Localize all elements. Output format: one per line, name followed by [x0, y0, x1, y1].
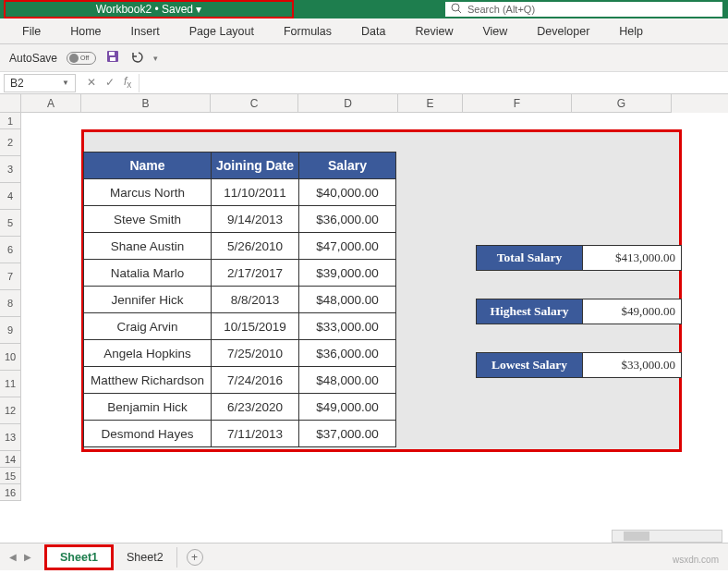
col-header[interactable]: A — [21, 94, 81, 113]
redo-icon[interactable]: ▾ — [153, 54, 158, 63]
row-header[interactable]: 12 — [0, 397, 21, 424]
title-bar: Workbook2 • Saved ▾ Search (Alt+Q) — [0, 0, 728, 18]
row-header[interactable]: 5 — [0, 210, 21, 237]
title-bar-highlight: Workbook2 • Saved ▾ — [4, 0, 294, 18]
row-header[interactable]: 7 — [0, 263, 21, 290]
sheet-tab-sheet1[interactable]: Sheet1 — [44, 544, 114, 570]
th-name[interactable]: Name — [84, 153, 212, 179]
autosave-toggle[interactable]: Off — [67, 52, 96, 65]
enter-icon[interactable]: ✓ — [105, 76, 115, 89]
tab-data[interactable]: Data — [346, 18, 400, 44]
workbook-title[interactable]: Workbook2 • Saved ▾ — [96, 3, 202, 16]
ribbon-tabs: File Home Insert Page Layout Formulas Da… — [0, 18, 728, 44]
table-row: Marcus North11/10/2011$40,000.00 — [84, 179, 396, 206]
col-header[interactable]: F — [463, 94, 572, 113]
row-header[interactable]: 10 — [0, 344, 21, 371]
tab-review[interactable]: Review — [400, 18, 467, 44]
fx-icon[interactable]: fx — [124, 75, 131, 90]
cancel-icon[interactable]: ✕ — [87, 76, 96, 89]
table-row: Angela Hopkins7/25/2010$36,000.00 — [84, 340, 396, 367]
row-header[interactable]: 16 — [0, 484, 21, 501]
tab-help[interactable]: Help — [604, 18, 658, 44]
row-header[interactable]: 1 — [0, 113, 21, 129]
select-all-triangle[interactable] — [0, 94, 21, 113]
sheet-tab-bar: ◀ ▶ Sheet1 Sheet2 + — [0, 543, 728, 570]
svg-rect-3 — [109, 52, 115, 55]
name-box[interactable]: B2 ▼ — [4, 74, 76, 92]
svg-line-1 — [458, 10, 461, 13]
sheet-prev-icon[interactable]: ◀ — [9, 552, 17, 562]
svg-point-0 — [452, 4, 459, 11]
tab-home[interactable]: Home — [55, 18, 115, 44]
tab-formulas[interactable]: Formulas — [269, 18, 346, 44]
search-icon — [451, 3, 462, 16]
col-header[interactable]: E — [398, 94, 463, 113]
row-header[interactable]: 2 — [0, 129, 21, 156]
tab-developer[interactable]: Developer — [522, 18, 604, 44]
sheet-next-icon[interactable]: ▶ — [24, 552, 31, 562]
table-row: Shane Austin5/26/2010$47,000.00 — [84, 233, 396, 260]
table-row: Benjamin Hick6/23/2020$49,000.00 — [84, 394, 396, 421]
row-header[interactable]: 3 — [0, 156, 21, 183]
watermark: wsxdn.com — [673, 555, 719, 565]
column-headers: A B C D E F G — [0, 94, 728, 113]
stat-lowest-salary: Lowest Salary $33,000.00 — [476, 352, 682, 378]
formula-bar-buttons: ✕ ✓ fx — [79, 75, 139, 90]
table-row: Natalia Marlo2/17/2017$39,000.00 — [84, 260, 396, 287]
row-header[interactable]: 8 — [0, 290, 21, 317]
stat-highest-salary: Highest Salary $49,000.00 — [476, 299, 682, 324]
table-row: Steve Smith9/14/2013$36,000.00 — [84, 206, 396, 233]
grid-area: A B C D E F G 1 2 3 4 5 6 7 8 9 10 11 12… — [0, 94, 728, 501]
row-header[interactable]: 6 — [0, 237, 21, 263]
quick-access-toolbar: AutoSave Off ▾ — [0, 44, 728, 72]
col-header[interactable]: D — [298, 94, 398, 113]
row-header[interactable]: 11 — [0, 371, 21, 397]
col-header[interactable]: G — [572, 94, 672, 113]
tab-insert[interactable]: Insert — [116, 18, 175, 44]
search-box[interactable]: Search (Alt+Q) — [445, 2, 722, 17]
data-table[interactable]: Name Joining Date Salary Marcus North11/… — [83, 152, 396, 447]
row-header[interactable]: 14 — [0, 451, 21, 468]
autosave-label: AutoSave — [9, 52, 57, 65]
table-row: Jennifer Hick8/8/2013$48,000.00 — [84, 287, 396, 313]
sheet-nav: ◀ ▶ — [9, 552, 44, 562]
th-salary[interactable]: Salary — [299, 153, 396, 179]
stat-total-salary: Total Salary $413,000.00 — [476, 245, 682, 271]
formula-bar-row: B2 ▼ ✕ ✓ fx — [0, 72, 728, 94]
row-header[interactable]: 4 — [0, 183, 21, 210]
row-header[interactable]: 15 — [0, 468, 21, 484]
table-row: Desmond Hayes7/11/2013$37,000.00 — [84, 421, 396, 447]
sheet-tab-sheet2[interactable]: Sheet2 — [114, 547, 177, 568]
undo-icon[interactable] — [129, 49, 144, 67]
tab-file[interactable]: File — [7, 18, 55, 44]
tab-view[interactable]: View — [467, 18, 522, 44]
row-header[interactable]: 13 — [0, 424, 21, 451]
horizontal-scrollbar[interactable] — [612, 530, 722, 543]
table-row: Matthew Richardson7/24/2016$48,000.00 — [84, 367, 396, 394]
th-joining[interactable]: Joining Date — [212, 153, 299, 179]
save-icon[interactable] — [105, 49, 120, 67]
col-header[interactable]: B — [81, 94, 211, 113]
namebox-dropdown-icon[interactable]: ▼ — [62, 79, 69, 87]
svg-rect-4 — [110, 57, 115, 61]
new-sheet-button[interactable]: + — [187, 549, 203, 566]
col-header[interactable]: C — [211, 94, 298, 113]
formula-bar[interactable] — [139, 74, 728, 92]
table-row: Craig Arvin10/15/2019$33,000.00 — [84, 313, 396, 340]
tab-page-layout[interactable]: Page Layout — [175, 18, 269, 44]
row-header[interactable]: 9 — [0, 317, 21, 344]
search-placeholder: Search (Alt+Q) — [467, 4, 535, 15]
